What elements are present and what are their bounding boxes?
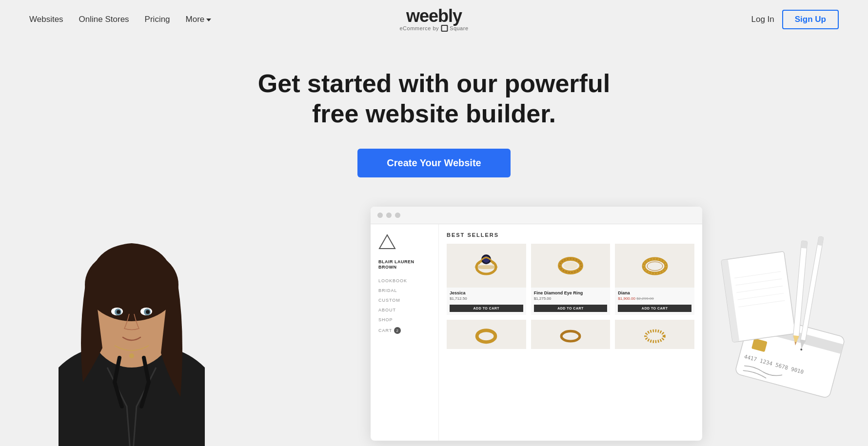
products-row2 [447, 320, 694, 349]
browser-content: BLAIR LAUREN BROWN LOOKBOOK BRIDAL CUSTO… [371, 224, 702, 441]
svg-point-22 [477, 330, 495, 342]
nav-links: Websites Online Stores Pricing More [29, 15, 211, 24]
product-card-jessica: Jessica $1,712.50 ADD TO CART [447, 244, 526, 315]
logo[interactable]: weebly eCommerce by Square [399, 7, 468, 32]
product-price-jessica: $1,712.50 [450, 296, 523, 301]
person-illustration [29, 212, 234, 446]
svg-point-15 [474, 265, 498, 269]
product-info-jessica: Jessica $1,712.50 ADD TO CART [447, 288, 526, 315]
menu-cart: CART 2 [378, 327, 431, 334]
product-image-row2-3 [615, 320, 694, 349]
add-to-cart-fine-diamond[interactable]: ADD TO CART [534, 305, 608, 312]
product-image-fine-diamond [531, 244, 611, 288]
deco-svg: 4417 1234 5678 9010 [712, 236, 848, 441]
store-brand: BLAIR LAUREN BROWN [378, 259, 431, 271]
nav-websites[interactable]: Websites [29, 15, 63, 24]
product-price-fine-diamond: $1,275.00 [534, 296, 608, 301]
logo-subtitle: eCommerce by Square [399, 25, 468, 32]
product-card-row2-2 [531, 320, 611, 349]
product-image-jessica [447, 244, 526, 288]
product-card-fine-diamond: Fine Diamond Eye Ring $1,275.00 ADD TO C… [531, 244, 611, 315]
product-name-jessica: Jessica [450, 291, 523, 295]
product-price-diana: $1,900.00 $2,299.00 [618, 296, 691, 301]
store-content: BEST SELLERS [439, 224, 702, 441]
svg-point-23 [561, 331, 580, 342]
product-card-row2-1 [447, 320, 526, 349]
add-to-cart-jessica[interactable]: ADD TO CART [450, 305, 523, 312]
menu-about: ABOUT [378, 308, 431, 312]
signup-button[interactable]: Sign Up [782, 10, 839, 29]
svg-point-8 [117, 310, 120, 314]
store-sidebar: BLAIR LAUREN BROWN LOOKBOOK BRIDAL CUSTO… [371, 224, 439, 441]
ring-row2-1-svg [472, 324, 501, 345]
store-menu: LOOKBOOK BRIDAL CUSTOM ABOUT SHOP CART 2 [378, 278, 431, 334]
nav-pricing[interactable]: Pricing [145, 15, 170, 24]
login-link[interactable]: Log In [751, 15, 774, 24]
product-card-diana: Diana $1,900.00 $2,299.00 ADD TO CART [615, 244, 694, 315]
product-image-row2-2 [531, 320, 611, 349]
svg-rect-39 [801, 241, 807, 249]
ring-row2-2-svg [556, 324, 585, 345]
content-area: BLAIR LAUREN BROWN LOOKBOOK BRIDAL CUSTO… [0, 197, 868, 446]
chevron-down-icon [206, 19, 211, 21]
menu-custom: CUSTOM [378, 298, 431, 303]
triangle-icon [378, 234, 396, 250]
logo-text: weebly [399, 7, 468, 25]
store-logo [378, 234, 431, 252]
ring-row2-3-svg [640, 324, 670, 345]
square-icon [441, 25, 448, 32]
svg-point-9 [146, 310, 150, 314]
svg-point-21 [647, 262, 663, 271]
hero-section: Get started with our powerful free websi… [0, 39, 868, 197]
product-image-row2-1 [447, 320, 526, 349]
svg-point-10 [129, 353, 134, 358]
menu-bridal: BRIDAL [378, 288, 431, 293]
create-website-button[interactable]: Create Your Website [357, 149, 510, 177]
hero-headline: Get started with our powerful free websi… [239, 68, 629, 129]
browser-mockup: BLAIR LAUREN BROWN LOOKBOOK BRIDAL CUSTO… [371, 207, 702, 441]
svg-rect-43 [817, 236, 824, 246]
menu-lookbook: LOOKBOOK [378, 278, 431, 283]
nav-online-stores[interactable]: Online Stores [79, 15, 129, 24]
product-name-fine-diamond: Fine Diamond Eye Ring [534, 291, 608, 295]
product-image-diana [615, 244, 694, 288]
navbar: Websites Online Stores Pricing More weeb… [0, 0, 868, 39]
svg-point-24 [646, 331, 664, 342]
product-name-diana: Diana [618, 291, 691, 295]
svg-point-17 [564, 262, 577, 270]
person-svg [29, 212, 234, 446]
menu-shop: SHOP [378, 317, 431, 322]
deco-illustration: 4417 1234 5678 9010 [712, 236, 848, 441]
product-info-diana: Diana $1,900.00 $2,299.00 ADD TO CART [615, 288, 694, 315]
ring-diamond-band-svg [638, 249, 672, 283]
nav-more[interactable]: More [186, 15, 212, 24]
browser-dot-red [377, 213, 383, 218]
product-info-fine-diamond: Fine Diamond Eye Ring $1,275.00 ADD TO C… [531, 288, 611, 315]
browser-dot-green [395, 213, 400, 218]
ring-ornate-svg [469, 249, 503, 283]
nav-auth: Log In Sign Up [751, 10, 839, 29]
add-to-cart-diana[interactable]: ADD TO CART [618, 305, 691, 312]
products-grid: Jessica $1,712.50 ADD TO CART [447, 244, 694, 315]
browser-bar [371, 207, 702, 224]
store-section-title: BEST SELLERS [447, 232, 694, 238]
ring-band-svg [553, 249, 588, 283]
browser-dot-yellow [386, 213, 392, 218]
svg-marker-11 [379, 235, 395, 249]
product-card-row2-3 [615, 320, 694, 349]
